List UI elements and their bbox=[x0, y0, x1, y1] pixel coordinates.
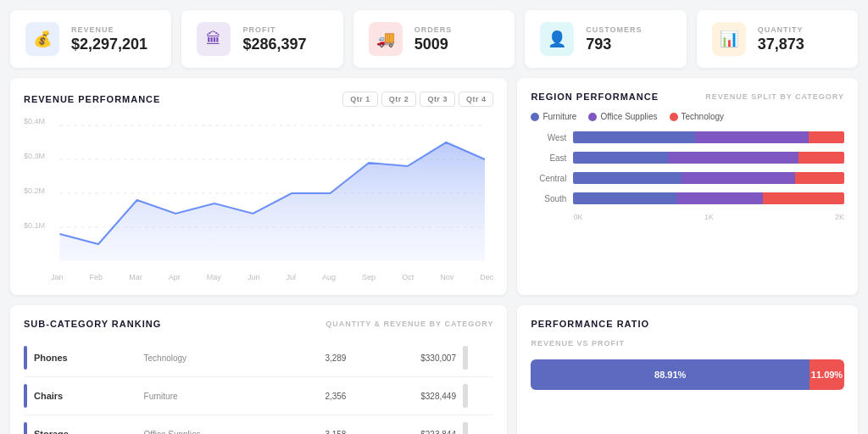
customers-icon: 👤 bbox=[540, 22, 574, 56]
col-revenue: $330,007 bbox=[353, 353, 456, 363]
office-bar bbox=[695, 131, 809, 143]
col-quantity: 2,356 bbox=[274, 392, 346, 401]
subcat-table: Phones Technology 3,289 $330,007 Chairs … bbox=[24, 339, 493, 434]
region-x-label: 2K bbox=[835, 213, 844, 221]
bar-group bbox=[573, 172, 844, 184]
furniture-bar bbox=[573, 131, 695, 143]
mini-bar bbox=[463, 384, 468, 408]
kpi-card-quantity: 📊 Quantity 37,873 bbox=[697, 10, 858, 68]
bar-row-south: South bbox=[531, 192, 844, 204]
qtr-btn-qtr2[interactable]: Qtr 2 bbox=[381, 92, 417, 107]
subcategory-card: Sub-Category Ranking Quantity & Revenue … bbox=[10, 305, 507, 434]
ratio-bar: 88.91% 11.09% bbox=[531, 359, 844, 390]
x-axis-label: Feb bbox=[90, 273, 103, 281]
col-bar bbox=[463, 384, 493, 408]
quantity-value: 37,873 bbox=[758, 36, 804, 53]
region-performance-card: Region Performance Revenue Split By Cate… bbox=[517, 78, 858, 295]
tech-bar bbox=[763, 192, 844, 204]
orders-icon: 🚚 bbox=[369, 22, 403, 56]
y-axis-labels: $0.4M$0.3M$0.2M$0.1M bbox=[24, 117, 47, 270]
bar-segment-row bbox=[573, 192, 844, 204]
perf-subtitle: Revenue vs Profit bbox=[531, 339, 844, 348]
mini-bar bbox=[463, 422, 468, 434]
y-axis-label: $0.4M bbox=[24, 117, 47, 125]
y-axis-label: $0.3M bbox=[24, 152, 47, 160]
region-label: East bbox=[531, 153, 566, 163]
furniture-bar bbox=[573, 152, 668, 164]
furniture-bar bbox=[573, 192, 676, 204]
orders-info: Orders 5009 bbox=[415, 25, 453, 53]
profit-info: Profit $286,397 bbox=[242, 25, 306, 53]
legend-dot bbox=[588, 113, 597, 121]
x-axis-label: Jun bbox=[248, 273, 260, 281]
office-bar bbox=[676, 192, 763, 204]
col-name: Storage bbox=[34, 429, 137, 434]
x-axis-label: May bbox=[207, 273, 221, 281]
office-bar bbox=[682, 172, 795, 184]
kpi-card-customers: 👤 Customers 793 bbox=[525, 10, 686, 68]
bar-group bbox=[573, 152, 844, 164]
x-axis-label: Jul bbox=[286, 273, 296, 281]
y-axis-label: $0.2M bbox=[24, 186, 47, 195]
perf-title: Performance Ratio bbox=[531, 319, 649, 329]
x-axis-labels: JanFebMarAprMayJunJulAugSepOctNovDec bbox=[51, 273, 493, 281]
qtr-btn-qtr1[interactable]: Qtr 1 bbox=[342, 92, 378, 107]
x-axis-label: Mar bbox=[129, 273, 142, 281]
profit-value: $286,397 bbox=[242, 36, 306, 53]
bar-segment-row bbox=[573, 152, 844, 164]
subcat-header: Sub-Category Ranking Quantity & Revenue … bbox=[24, 319, 493, 329]
region-label: West bbox=[531, 133, 566, 142]
tech-bar bbox=[809, 131, 844, 143]
legend-item-furniture: Furniture bbox=[531, 112, 576, 121]
region-label: Central bbox=[531, 174, 566, 183]
region-x-label: 1K bbox=[704, 213, 714, 221]
revenue-icon: 💰 bbox=[25, 22, 59, 56]
profit-label: Profit bbox=[242, 25, 306, 34]
x-axis-label: Sep bbox=[362, 273, 376, 281]
middle-row: Revenue Performance Qtr 1Qtr 2Qtr 3Qtr 4… bbox=[10, 78, 858, 295]
orders-value: 5009 bbox=[415, 36, 453, 53]
subcat-subtitle: Quantity & Revenue By Category bbox=[326, 320, 493, 328]
legend-dot bbox=[531, 113, 539, 121]
x-axis-label: Aug bbox=[322, 273, 336, 281]
col-quantity: 3,158 bbox=[274, 430, 346, 435]
ratio-profit: 11.09% bbox=[810, 359, 844, 390]
col-name: Chairs bbox=[34, 391, 137, 401]
col-category: Furniture bbox=[144, 392, 268, 401]
region-title: Region Performance bbox=[531, 92, 659, 102]
bar-segment-row bbox=[573, 131, 844, 143]
region-bars: West East Central South bbox=[531, 131, 844, 204]
col-quantity: 3,289 bbox=[274, 353, 346, 363]
office-bar bbox=[668, 152, 798, 164]
line-chart bbox=[51, 117, 493, 270]
row-indicator bbox=[24, 346, 27, 370]
legend-item-technology: Technology bbox=[670, 112, 725, 121]
row-indicator bbox=[24, 422, 27, 434]
qtr-btn-qtr3[interactable]: Qtr 3 bbox=[420, 92, 455, 107]
revenue-card-header: Revenue Performance Qtr 1Qtr 2Qtr 3Qtr 4 bbox=[24, 92, 493, 107]
tech-bar bbox=[795, 172, 844, 184]
x-axis-label: Oct bbox=[402, 273, 414, 281]
revenue-value: $2,297,201 bbox=[71, 36, 147, 53]
bar-row-east: East bbox=[531, 152, 844, 164]
kpi-card-profit: 🏛 Profit $286,397 bbox=[181, 10, 342, 68]
region-legend: FurnitureOffice SuppliesTechnology bbox=[531, 112, 844, 121]
region-card-header: Region Performance Revenue Split By Cate… bbox=[531, 92, 844, 102]
col-revenue: $328,449 bbox=[353, 392, 456, 401]
table-row: Storage Office Supplies 3,158 $223,844 bbox=[24, 415, 493, 434]
bar-group bbox=[573, 192, 844, 204]
table-row: Phones Technology 3,289 $330,007 bbox=[24, 339, 493, 377]
ratio-revenue: 88.91% bbox=[531, 359, 810, 390]
performance-ratio-card: Performance Ratio Revenue vs Profit 88.9… bbox=[517, 305, 858, 434]
bar-row-west: West bbox=[531, 131, 844, 143]
legend-dot bbox=[670, 113, 678, 121]
legend-item-office-supplies: Office Supplies bbox=[588, 112, 657, 121]
region-subtitle: Revenue Split By Category bbox=[705, 92, 844, 101]
qtr-btn-qtr4[interactable]: Qtr 4 bbox=[459, 92, 494, 107]
bar-segment-row bbox=[573, 172, 844, 184]
kpi-card-orders: 🚚 Orders 5009 bbox=[353, 10, 515, 68]
revenue-performance-card: Revenue Performance Qtr 1Qtr 2Qtr 3Qtr 4… bbox=[10, 78, 507, 295]
mini-bar bbox=[463, 346, 468, 370]
revenue-info: Revenue $2,297,201 bbox=[71, 25, 147, 53]
col-bar bbox=[463, 422, 493, 434]
